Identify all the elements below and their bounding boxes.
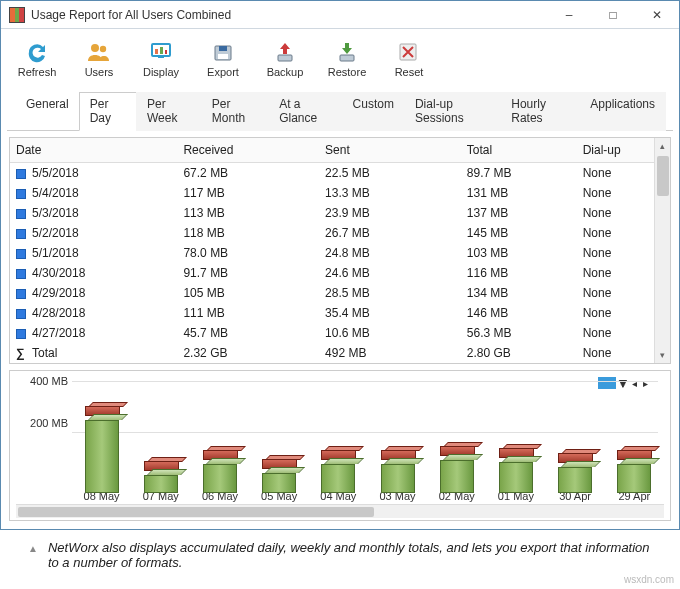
chart-bar xyxy=(191,458,249,487)
col-date[interactable]: Date xyxy=(10,138,177,163)
table-row[interactable]: 5/5/201867.2 MB22.5 MB89.7 MBNone xyxy=(10,163,654,184)
chart-bar xyxy=(132,469,190,487)
tabstrip: General Per Day Per Week Per Month At a … xyxy=(7,85,673,131)
display-button[interactable]: Display xyxy=(133,35,189,83)
reset-button[interactable]: Reset xyxy=(381,35,437,83)
date-icon xyxy=(16,169,26,179)
minimize-button[interactable]: – xyxy=(547,1,591,29)
tab-dialup-sessions[interactable]: Dial-up Sessions xyxy=(404,92,501,131)
usage-table: Date Received Sent Total Dial-up 5/5/201… xyxy=(10,138,654,363)
export-icon xyxy=(209,40,237,64)
watermark: wsxdn.com xyxy=(624,574,674,585)
caption-chevron-icon: ▲ xyxy=(28,540,38,554)
refresh-button[interactable]: Refresh xyxy=(9,35,65,83)
users-icon xyxy=(85,40,113,64)
date-icon xyxy=(16,189,26,199)
svg-rect-11 xyxy=(340,55,354,61)
tab-custom[interactable]: Custom xyxy=(342,92,405,131)
backup-button[interactable]: Backup xyxy=(257,35,313,83)
chart-bar xyxy=(546,461,604,487)
toolbar: Refresh Users Display Export Backup Rest… xyxy=(1,29,679,85)
svg-rect-4 xyxy=(160,47,163,54)
tab-hourly-rates[interactable]: Hourly Rates xyxy=(500,92,580,131)
sigma-icon: ∑ xyxy=(16,346,28,360)
table-row[interactable]: 4/27/201845.7 MB10.6 MB56.3 MBNone xyxy=(10,323,654,343)
ytick-400: 400 MB xyxy=(30,375,68,387)
caption-block: ▲ NetWorx also displays accumulated dail… xyxy=(0,530,680,576)
date-icon xyxy=(16,229,26,239)
backup-icon xyxy=(271,40,299,64)
tab-applications[interactable]: Applications xyxy=(579,92,666,131)
tab-general[interactable]: General xyxy=(15,92,80,131)
table-row[interactable]: 5/3/2018113 MB23.9 MB137 MBNone xyxy=(10,203,654,223)
table-row[interactable]: 5/1/201878.0 MB24.8 MB103 MBNone xyxy=(10,243,654,263)
window-title: Usage Report for All Users Combined xyxy=(31,8,547,22)
scroll-down-icon[interactable]: ▾ xyxy=(655,347,670,363)
chart-bar xyxy=(605,458,663,487)
tab-at-a-glance[interactable]: At a Glance xyxy=(268,92,342,131)
svg-point-0 xyxy=(91,44,99,52)
table-row[interactable]: 4/29/2018105 MB28.5 MB134 MBNone xyxy=(10,283,654,303)
reset-icon xyxy=(395,40,423,64)
users-label: Users xyxy=(85,66,114,78)
svg-rect-5 xyxy=(165,50,167,54)
chart-scroll-thumb[interactable] xyxy=(18,507,374,517)
tab-per-day[interactable]: Per Day xyxy=(79,92,137,131)
y-axis: 400 MB 200 MB xyxy=(16,377,72,469)
data-table-panel: Date Received Sent Total Dial-up 5/5/201… xyxy=(9,137,671,364)
export-label: Export xyxy=(207,66,239,78)
tab-per-month[interactable]: Per Month xyxy=(201,92,269,131)
chart-bar xyxy=(428,454,486,487)
date-icon xyxy=(16,309,26,319)
table-row[interactable]: 4/28/2018111 MB35.4 MB146 MBNone xyxy=(10,303,654,323)
tab-per-week[interactable]: Per Week xyxy=(136,92,202,131)
titlebar[interactable]: Usage Report for All Users Combined – □ … xyxy=(1,1,679,29)
table-total-row[interactable]: ∑Total2.32 GB492 MB2.80 GBNone xyxy=(10,343,654,363)
col-received[interactable]: Received xyxy=(177,138,319,163)
col-sent[interactable]: Sent xyxy=(319,138,461,163)
restore-label: Restore xyxy=(328,66,367,78)
table-row[interactable]: 5/4/2018117 MB13.3 MB131 MBNone xyxy=(10,183,654,203)
date-icon xyxy=(16,269,26,279)
chart-bar xyxy=(250,467,308,487)
svg-point-1 xyxy=(100,46,106,52)
svg-rect-8 xyxy=(219,46,227,51)
export-button[interactable]: Export xyxy=(195,35,251,83)
svg-rect-6 xyxy=(158,56,164,58)
vertical-scrollbar[interactable]: ▴ ▾ xyxy=(654,138,670,363)
table-row[interactable]: 5/2/2018118 MB26.7 MB145 MBNone xyxy=(10,223,654,243)
date-icon xyxy=(16,249,26,259)
col-total[interactable]: Total xyxy=(461,138,577,163)
ytick-200: 200 MB xyxy=(30,417,68,429)
chart-bar xyxy=(369,458,427,487)
gridline xyxy=(72,381,658,382)
restore-button[interactable]: Restore xyxy=(319,35,375,83)
refresh-icon xyxy=(23,40,51,64)
bar-chart: 400 MB 200 MB xyxy=(16,377,664,487)
col-dialup[interactable]: Dial-up xyxy=(577,138,654,163)
chart-bar xyxy=(487,456,545,487)
display-icon xyxy=(147,40,175,64)
table-row[interactable]: 4/30/201891.7 MB24.6 MB116 MBNone xyxy=(10,263,654,283)
refresh-label: Refresh xyxy=(18,66,57,78)
chart-panel: ⯆ ◂ ▸ 400 MB 200 MB 08 May07 May06 May05… xyxy=(9,370,671,521)
chart-horizontal-scrollbar[interactable] xyxy=(16,504,664,518)
table-header-row: Date Received Sent Total Dial-up xyxy=(10,138,654,163)
scroll-up-icon[interactable]: ▴ xyxy=(655,138,670,154)
reset-label: Reset xyxy=(395,66,424,78)
close-button[interactable]: ✕ xyxy=(635,1,679,29)
svg-rect-10 xyxy=(278,55,292,61)
display-label: Display xyxy=(143,66,179,78)
svg-rect-3 xyxy=(155,49,158,54)
users-button[interactable]: Users xyxy=(71,35,127,83)
chart-bar xyxy=(73,414,131,487)
scroll-thumb[interactable] xyxy=(657,156,669,196)
caption-text: NetWorx also displays accumulated daily,… xyxy=(48,540,658,570)
maximize-button[interactable]: □ xyxy=(591,1,635,29)
date-icon xyxy=(16,209,26,219)
chart-bar xyxy=(309,458,367,487)
svg-rect-9 xyxy=(218,54,228,59)
backup-label: Backup xyxy=(267,66,304,78)
app-icon xyxy=(9,7,25,23)
date-icon xyxy=(16,289,26,299)
